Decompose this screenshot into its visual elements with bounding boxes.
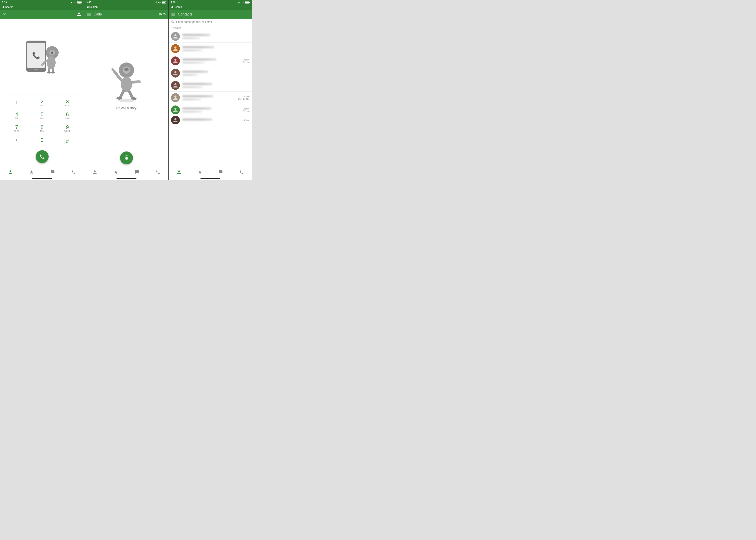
dial-key-6[interactable]: 6 MNO: [59, 109, 75, 121]
contact-info-5: [182, 83, 250, 88]
back-label-1: Search: [5, 5, 13, 8]
avatar-placeholder-icon-3: [173, 58, 178, 64]
nav-messages-1[interactable]: [42, 167, 63, 177]
contact-item-7[interactable]: Active 2h ago: [168, 104, 252, 116]
person-icon[interactable]: [77, 12, 81, 17]
dancing-monster-illustration: [106, 58, 147, 102]
contact-item-5[interactable]: [168, 79, 252, 92]
contact-status-7: Active 2h ago: [243, 107, 250, 112]
dial-key-4[interactable]: 4 GHI: [9, 109, 25, 121]
svg-rect-23: [155, 2, 156, 3]
hamburger-menu[interactable]: [87, 13, 91, 16]
panel-dialpad: 3:39 ◀ Search ✕ 📞: [0, 0, 84, 180]
svg-text:📞: 📞: [32, 52, 40, 59]
contact-avatar-8: [171, 116, 180, 124]
time-label-6: over 1y ago: [238, 98, 250, 100]
dialpad-illustration: 📞: [0, 19, 84, 94]
home-indicator-3: [168, 177, 252, 180]
nav-contacts-3[interactable]: [168, 167, 189, 177]
svg-point-26: [159, 3, 160, 3]
favorites-nav-icon-3: [198, 170, 202, 174]
home-bar-1: [32, 178, 52, 179]
dial-key-0[interactable]: 0 +: [34, 135, 50, 147]
contact-avatar-3: [171, 57, 180, 65]
dialpad-icon: [124, 155, 129, 161]
avatar-placeholder-icon-6: [173, 95, 178, 100]
contact-item-8[interactable]: Active: [168, 116, 252, 124]
contact-item-1[interactable]: [168, 30, 252, 43]
dial-key-1[interactable]: 1: [9, 96, 25, 108]
svg-line-36: [132, 82, 139, 82]
active-label-7: Active: [243, 107, 250, 110]
avatar-placeholder-icon-2: [173, 46, 178, 51]
nav-favorites-1[interactable]: [21, 167, 42, 177]
svg-rect-7: [81, 2, 82, 3]
contact-item-2[interactable]: [168, 43, 252, 55]
contacts-search-input[interactable]: [176, 20, 250, 24]
nav-contacts-1[interactable]: [0, 167, 21, 177]
contact-info-1: [182, 34, 250, 39]
dialpad-row-3: 7 PQRS 8 TUV 9 WXYZ: [4, 122, 80, 134]
contact-info-7: [182, 107, 240, 113]
bottom-nav-1: [0, 167, 84, 177]
dial-key-star[interactable]: *: [9, 135, 25, 147]
nav-favorites-3[interactable]: [189, 167, 210, 177]
contact-avatar-4: [171, 69, 180, 77]
nav-calls-2[interactable]: [147, 167, 168, 177]
dial-key-hash[interactable]: #: [59, 135, 75, 147]
contact-item-3[interactable]: Active 7h ago: [168, 55, 252, 67]
contact-sub-blur-6: [182, 98, 201, 100]
signal-icon: [70, 1, 73, 3]
contact-item-6[interactable]: Active over 1y ago: [168, 92, 252, 104]
svg-rect-29: [166, 2, 166, 3]
dial-key-7[interactable]: 7 PQRS: [9, 122, 25, 134]
contact-avatar-6: [171, 93, 180, 102]
contacts-title: Contacts: [178, 12, 192, 17]
nav-contacts-2[interactable]: [84, 167, 105, 177]
dial-key-3[interactable]: 3 DEF: [59, 96, 75, 108]
back-arrow-1: ◀: [2, 5, 4, 8]
time-2: 3:40: [86, 1, 91, 4]
contact-sub-blur-7: [182, 111, 202, 113]
dial-key-2[interactable]: 2 ABC: [34, 96, 50, 108]
nav-calls-1[interactable]: [63, 167, 84, 177]
contact-name-blur-2: [182, 46, 214, 49]
svg-rect-46: [240, 1, 240, 3]
contact-avatar-2: [171, 44, 180, 53]
nav-favorites-2[interactable]: [105, 167, 127, 177]
nav-calls-3[interactable]: [231, 167, 252, 177]
nav-messages-2[interactable]: [127, 167, 148, 177]
svg-point-47: [243, 3, 243, 3]
status-icons-1: [70, 1, 82, 4]
back-bar-3[interactable]: ◀ Search: [168, 4, 252, 10]
svg-point-33: [121, 76, 132, 92]
dial-key-5[interactable]: 5 JKL: [34, 109, 50, 121]
svg-rect-22: [155, 3, 155, 3]
dialpad-fab-button[interactable]: [120, 152, 133, 164]
dial-key-9[interactable]: 9 WXYZ: [59, 122, 75, 134]
contact-list: Active 7h ago: [168, 30, 252, 167]
svg-point-42: [118, 99, 135, 102]
close-icon[interactable]: ✕: [3, 12, 6, 17]
call-icon: [39, 154, 45, 160]
back-bar-1[interactable]: ◀ Search: [0, 4, 84, 10]
dialpad-row-2: 4 GHI 5 JKL 6 MNO: [4, 109, 80, 121]
dialpad-row-1: 1 2 ABC 3 DEF: [4, 96, 80, 108]
svg-rect-45: [239, 2, 240, 3]
call-fab-button[interactable]: [36, 150, 49, 163]
contact-item-4[interactable]: [168, 67, 252, 79]
back-label-3: Search: [174, 5, 182, 8]
hamburger-menu-3[interactable]: [171, 13, 175, 16]
nav-messages-3[interactable]: [210, 167, 231, 177]
contact-avatar-7: [171, 105, 180, 114]
contacts-nav-icon-3: [177, 170, 181, 174]
panel-calls: 3:40 ◀ Search Calls $0.00: [84, 0, 168, 180]
calls-content: No call history: [84, 19, 168, 149]
svg-point-15: [47, 56, 55, 69]
back-bar-2[interactable]: ◀ Search: [84, 4, 168, 10]
avatar-placeholder-icon-5: [173, 83, 178, 88]
svg-point-40: [116, 97, 122, 100]
svg-rect-1: [71, 2, 71, 3]
dial-key-8[interactable]: 8 TUV: [34, 122, 50, 134]
avatar-placeholder-icon-4: [173, 70, 178, 76]
